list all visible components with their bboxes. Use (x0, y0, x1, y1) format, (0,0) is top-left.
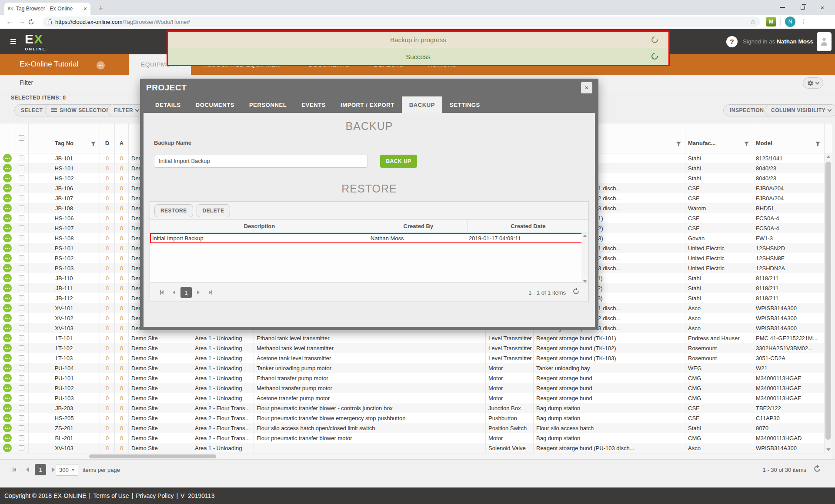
row-checkbox[interactable] (19, 365, 24, 371)
row-checkbox-cell[interactable] (12, 303, 29, 313)
header-select-all[interactable] (12, 123, 29, 153)
row-checkbox-cell[interactable] (12, 223, 29, 233)
row-checkbox-cell[interactable] (12, 363, 29, 373)
forward-button[interactable]: → (16, 18, 28, 26)
project-name[interactable]: Ex-Online Tutorial (20, 60, 78, 69)
row-checkbox-cell[interactable] (12, 383, 29, 393)
table-row[interactable]: HS-20500Demo SiteArea 2 - Flour Trans...… (0, 413, 832, 423)
last-page-button[interactable] (205, 287, 216, 298)
row-actions-icon[interactable] (3, 334, 12, 342)
restore-header-description[interactable]: Description (150, 220, 369, 232)
row-menu-cell[interactable] (0, 363, 12, 373)
modal-tab-documents[interactable]: DOCUMENTS (188, 96, 242, 113)
filter-funnel-icon[interactable] (744, 141, 749, 147)
row-actions-icon[interactable] (3, 304, 12, 312)
row-checkbox[interactable] (19, 435, 24, 441)
table-row[interactable]: PU-10300Demo SiteArea 1 - UnloadingAceto… (0, 393, 832, 403)
row-actions-icon[interactable] (3, 274, 12, 282)
table-row[interactable]: BL-20100Demo SiteArea 2 - Flour Trans...… (0, 433, 832, 443)
row-menu-cell[interactable] (0, 433, 12, 443)
row-menu-cell[interactable] (0, 413, 12, 423)
first-page-button[interactable] (156, 287, 167, 298)
row-checkbox-cell[interactable] (12, 193, 29, 203)
row-checkbox[interactable] (19, 305, 24, 311)
row-menu-cell[interactable] (0, 393, 12, 403)
previous-page-button[interactable] (168, 287, 180, 298)
row-menu-cell[interactable] (0, 403, 12, 413)
ex-online-logo[interactable]: EX ONLINE. (25, 33, 49, 52)
scroll-down-arrow-icon[interactable] (826, 448, 831, 451)
row-checkbox[interactable] (19, 216, 24, 221)
header-manufacturer[interactable]: Manufac... (685, 123, 753, 153)
row-menu-cell[interactable] (0, 263, 12, 273)
restore-row[interactable]: Initial Import BackupNathan Moss2019-01-… (150, 233, 588, 243)
header-model[interactable]: Model (753, 123, 825, 153)
show-selection-button[interactable]: SHOW SELECTION (45, 104, 117, 116)
user-profile-button[interactable] (817, 32, 832, 51)
modal-tab-personnel[interactable]: PERSONNEL (242, 96, 294, 113)
row-checkbox-cell[interactable] (12, 163, 29, 173)
help-button[interactable]: ? (726, 36, 738, 47)
header-tag-no[interactable]: Tag No (29, 123, 100, 153)
row-menu-cell[interactable] (0, 383, 12, 393)
header-d[interactable]: D (100, 123, 115, 153)
row-actions-icon[interactable] (3, 184, 12, 192)
row-actions-icon[interactable] (3, 194, 12, 202)
table-row[interactable]: LT-10100Demo SiteArea 1 - UnloadingEthan… (0, 333, 832, 343)
row-checkbox-cell[interactable] (12, 203, 29, 213)
row-actions-icon[interactable] (3, 384, 12, 392)
table-row[interactable]: ZS-20100Demo SiteArea 2 - Flour Trans...… (0, 423, 832, 433)
row-checkbox[interactable] (19, 265, 24, 271)
backup-name-input[interactable] (154, 155, 368, 168)
browser-tab[interactable]: EX Tag Browser - Ex-Online × (4, 3, 90, 15)
row-actions-icon[interactable] (3, 254, 12, 262)
refresh-button[interactable] (813, 465, 821, 473)
row-menu-cell[interactable] (0, 333, 12, 343)
row-menu-cell[interactable] (0, 253, 12, 263)
row-actions-icon[interactable] (3, 424, 12, 432)
filter-funnel-icon[interactable] (90, 141, 96, 147)
row-actions-icon[interactable] (3, 414, 12, 422)
row-actions-icon[interactable] (3, 264, 12, 272)
row-checkbox[interactable] (19, 245, 24, 251)
row-actions-icon[interactable] (3, 244, 12, 252)
row-menu-cell[interactable] (0, 323, 12, 333)
row-menu-cell[interactable] (0, 173, 12, 183)
select-all-checkbox[interactable] (19, 135, 24, 141)
row-menu-cell[interactable] (0, 443, 12, 453)
restore-scrollbar[interactable] (581, 233, 588, 284)
row-actions-icon[interactable] (3, 324, 12, 332)
row-actions-icon[interactable] (3, 394, 12, 402)
footer-privacy-link[interactable]: Privacy Policy (136, 492, 174, 499)
row-actions-icon[interactable] (3, 404, 12, 412)
row-checkbox[interactable] (19, 335, 24, 341)
row-checkbox-cell[interactable] (12, 393, 29, 403)
url-text[interactable]: https://cloud.ex-online.com/TagBrowser/W… (55, 19, 750, 25)
row-actions-icon[interactable] (3, 374, 12, 382)
row-checkbox-cell[interactable] (12, 293, 29, 303)
row-checkbox-cell[interactable] (12, 333, 29, 343)
row-checkbox[interactable] (19, 385, 24, 391)
row-actions-icon[interactable] (3, 164, 12, 172)
table-row[interactable]: PU-10100Demo SiteArea 1 - UnloadingEthan… (0, 373, 832, 383)
row-menu-cell[interactable] (0, 273, 12, 283)
horizontal-scroll-thumb[interactable] (89, 454, 216, 458)
modal-tab-events[interactable]: EVENTS (294, 96, 333, 113)
modal-tab-import-export[interactable]: IMPORT / EXPORT (333, 96, 402, 113)
tab-close-icon[interactable]: × (84, 5, 87, 12)
back-button[interactable]: ← (3, 18, 16, 26)
row-checkbox-cell[interactable] (12, 233, 29, 243)
row-actions-icon[interactable] (3, 234, 12, 242)
row-menu-cell[interactable] (0, 243, 12, 253)
row-checkbox-cell[interactable] (12, 433, 29, 443)
row-actions-icon[interactable] (3, 294, 12, 302)
row-actions-icon[interactable] (3, 314, 12, 322)
row-actions-icon[interactable] (3, 224, 12, 232)
row-checkbox-cell[interactable] (12, 403, 29, 413)
profile-avatar[interactable]: N (785, 17, 795, 27)
row-checkbox[interactable] (19, 445, 24, 451)
modal-tab-details[interactable]: DETAILS (148, 96, 188, 113)
current-page-button[interactable]: 1 (35, 464, 46, 475)
row-menu-cell[interactable] (0, 193, 12, 203)
window-close-button[interactable]: × (812, 0, 832, 15)
